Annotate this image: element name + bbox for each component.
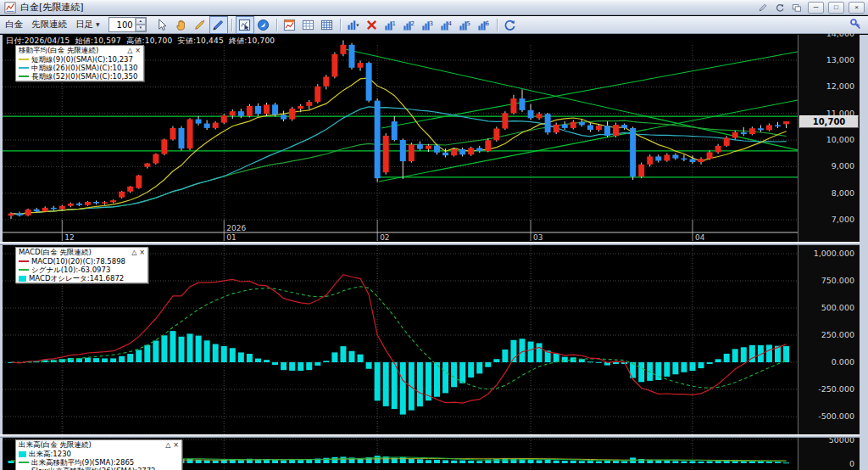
oscillator-bar [85,358,91,362]
cascade-windows-icon[interactable] [790,2,804,14]
spin-down-button[interactable]: ▼ [136,25,146,31]
volume-bar [562,461,568,463]
bar-count-input[interactable] [109,18,135,31]
volume-legend: 出来高(白金 先限連続) △× 出来高:1230 出来高移動平均(9)(SMA)… [15,439,182,470]
candle-body [520,98,526,110]
annotate-pencil-icon[interactable] [756,2,770,14]
candle-body [136,176,142,188]
indicator-preset-5-button[interactable]: 5 [456,16,475,34]
oscillator-swatch [19,276,26,282]
panel-splitter[interactable] [0,242,860,245]
oscillator-bar [724,354,730,362]
oscillator-bar [289,362,295,371]
panel-splitter[interactable] [0,434,860,438]
volume-bar [596,462,602,463]
volume-panel[interactable]: 出来高(白金 先限連続) △× 出来高:1230 出来高移動平均(9)(SMA)… [3,438,798,470]
oscillator-bar [366,362,372,369]
volume-bar [672,461,678,463]
oscillator-bar [187,333,193,362]
candle-body [468,148,474,154]
oscillator-bar [681,362,687,372]
candle-body [409,144,415,161]
oscillator-bar [459,362,465,383]
volume-bar [272,460,278,463]
macd-axis-label: 250.000 [821,330,854,339]
clear-indicators-button[interactable] [363,16,381,34]
refresh-button[interactable] [501,16,520,34]
price-axis-label: 7,000 [832,215,854,224]
grid-small-button[interactable] [299,16,318,34]
window-refresh-icon[interactable] [773,2,787,14]
chart-region: 12012026020304 日付:2026/04/15 始値:10,597 高… [0,35,868,470]
candle-body [68,204,74,206]
legend-collapse-icon[interactable]: △ [165,441,170,449]
oscillator-bar [153,340,159,362]
indicator-preset-2-button[interactable]: 2 [400,16,419,34]
chart-pointer-button[interactable] [236,16,254,34]
price-panel[interactable]: 12012026020304 日付:2026/04/15 始値:10,597 高… [3,35,798,242]
volume-bar [698,462,704,463]
oscillator-bar [613,362,619,364]
volume-bar [749,462,755,463]
candle-body [76,204,82,205]
indicator-preset-3-button[interactable]: 3 [419,16,437,34]
maximize-button[interactable]: □ [828,2,844,14]
instrument-label[interactable]: 白金 [5,19,23,31]
legend-close-icon[interactable]: × [135,47,141,54]
minimize-button[interactable]: ─ [808,2,824,14]
oscillator-bar [554,354,559,362]
spin-up-button[interactable]: ▲ [136,18,146,25]
candle-body [153,154,159,164]
macd-panel[interactable]: MACD(白金 先限連続) △× MACD(10)(20)(C):78.5898… [3,245,798,434]
macd-axis-label: -250.000 [818,384,854,394]
volume-bar [289,460,295,463]
volume-bar [213,461,219,463]
toolbar-separator [497,19,498,31]
chart-frame-button[interactable] [281,16,299,34]
candle-body [426,146,431,149]
volume-bar [707,462,713,463]
volume-swatch [19,451,26,457]
volume-bar [681,462,687,463]
macd-legend: MACD(白金 先限連続) △× MACD(10)(20)(C):78.5898… [15,247,148,283]
toolbar-separator [231,19,232,31]
oscillator-bar [281,362,287,370]
compass-button[interactable] [254,16,273,34]
candle-body [476,148,482,151]
legend-close-icon[interactable]: × [173,441,179,449]
indicator-preset-6-button[interactable]: 6 [475,16,493,34]
contract-label[interactable]: 先限連続 [31,19,67,31]
indicator-preset-1-button[interactable]: 1 [381,16,400,34]
volume-bar [758,462,764,463]
oscillator-bar [520,339,526,362]
volume-bar [323,458,329,463]
oscillator-bar [213,344,219,362]
volume-bar [459,461,465,463]
candle-body [570,122,576,128]
candle-body [230,111,236,115]
legend-collapse-icon[interactable]: △ [127,47,132,54]
pencil-draw-button[interactable] [191,16,209,34]
oscillator-bar [340,346,346,362]
oscillator-bar [732,349,738,362]
ma-legend: 移動平均(白金 先限連続) △× 短期線(9)(0)(SMA)(C):10,23… [15,45,144,81]
legend-close-icon[interactable]: × [139,249,145,256]
candle-body [204,124,210,128]
grid-large-button[interactable] [318,16,337,34]
oscillator-bar [392,362,398,409]
hand-pan-button[interactable] [172,16,191,34]
volume-bar [476,461,482,463]
candle-body [383,136,389,172]
legend-collapse-icon[interactable]: △ [131,249,136,256]
histogram-menu-button[interactable] [344,16,363,34]
trendline-pen-button[interactable] [209,16,228,34]
candle-body [758,128,764,130]
select-cursor-button[interactable] [153,16,172,34]
candle-body [340,45,346,54]
app-window: 白金[先限連続] ─ □ × 白金 先限連続 日足▼ ▲ ▼ 123456 [0,0,868,470]
candle-body [493,129,499,141]
y-axis-column[interactable]: 14,00013,00012,00011,00010,0009,0008,000… [798,35,860,470]
timeframe-dropdown[interactable]: 日足▼ [75,19,100,31]
close-button[interactable]: × [849,2,865,14]
indicator-preset-4-button[interactable]: 4 [437,16,456,34]
